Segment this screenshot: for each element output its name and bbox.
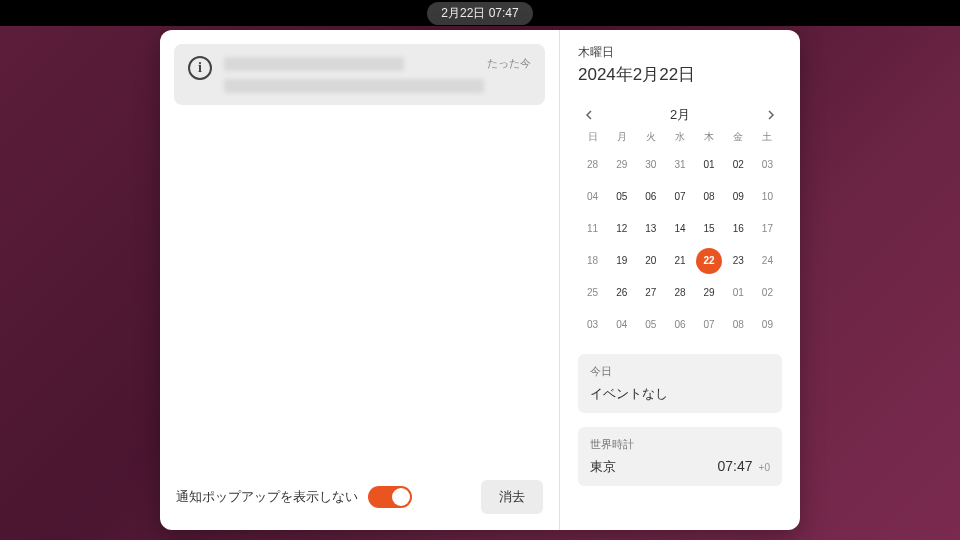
calendar-day[interactable]: 23: [725, 248, 751, 274]
calendar-day[interactable]: 08: [725, 312, 751, 338]
calendar-dow: 月: [607, 126, 636, 148]
world-clock-title: 世界時計: [590, 437, 770, 452]
calendar-day[interactable]: 02: [754, 280, 780, 306]
world-clock-card[interactable]: 世界時計 東京 07:47 +0: [578, 427, 782, 486]
date-header: 木曜日 2024年2月22日: [578, 44, 782, 86]
calendar-day[interactable]: 28: [667, 280, 693, 306]
events-title: 今日: [590, 364, 770, 379]
calendar-day[interactable]: 04: [609, 312, 635, 338]
topbar-clock[interactable]: 2月22日 07:47: [427, 2, 532, 25]
events-card[interactable]: 今日 イベントなし: [578, 354, 782, 413]
notification-text-redacted: [224, 79, 484, 93]
calendar-day[interactable]: 11: [580, 216, 606, 242]
dnd-label: 通知ポップアップを表示しない: [176, 488, 358, 506]
calendar-day-today[interactable]: 22: [696, 248, 722, 274]
notifications-footer: 通知ポップアップを表示しない 消去: [174, 476, 545, 516]
topbar: 2月22日 07:47: [0, 0, 960, 26]
notification-card[interactable]: i たった今: [174, 44, 545, 105]
chevron-right-icon: [767, 110, 775, 120]
calendar-day[interactable]: 18: [580, 248, 606, 274]
calendar-day[interactable]: 07: [667, 184, 693, 210]
calendar-day[interactable]: 15: [696, 216, 722, 242]
calendar-day[interactable]: 09: [754, 312, 780, 338]
notification-time: たった今: [487, 56, 531, 71]
calendar-day[interactable]: 03: [754, 152, 780, 178]
calendar-pane: 木曜日 2024年2月22日 2月 日月火水木金土282930310102030…: [560, 30, 800, 530]
calendar-day[interactable]: 30: [638, 152, 664, 178]
calendar-day[interactable]: 12: [609, 216, 635, 242]
calendar-day[interactable]: 09: [725, 184, 751, 210]
calendar-day[interactable]: 29: [696, 280, 722, 306]
calendar-day[interactable]: 13: [638, 216, 664, 242]
calendar-day[interactable]: 06: [638, 184, 664, 210]
calendar-day[interactable]: 06: [667, 312, 693, 338]
dnd-toggle[interactable]: [368, 486, 412, 508]
calendar-day[interactable]: 01: [696, 152, 722, 178]
prev-month-button[interactable]: [578, 104, 600, 126]
calendar-day[interactable]: 05: [638, 312, 664, 338]
notification-body: たった今: [224, 56, 531, 93]
chevron-left-icon: [585, 110, 593, 120]
calendar-dow: 日: [578, 126, 607, 148]
world-clock-row: 東京 07:47 +0: [590, 458, 770, 476]
calendar-nav: 2月: [578, 104, 782, 126]
calendar-day[interactable]: 14: [667, 216, 693, 242]
world-clock-offset: +0: [759, 462, 770, 473]
calendar-day[interactable]: 19: [609, 248, 635, 274]
month-label: 2月: [670, 106, 690, 124]
calendar-day[interactable]: 31: [667, 152, 693, 178]
clear-notifications-button[interactable]: 消去: [481, 480, 543, 514]
calendar-day[interactable]: 03: [580, 312, 606, 338]
world-clock-time: 07:47: [718, 458, 753, 474]
calendar-day[interactable]: 17: [754, 216, 780, 242]
events-body: イベントなし: [590, 385, 770, 403]
calendar-day[interactable]: 05: [609, 184, 635, 210]
calendar-dow: 木: [695, 126, 724, 148]
switch-knob: [392, 488, 410, 506]
calendar-day[interactable]: 04: [580, 184, 606, 210]
notifications-pane: i たった今 通知ポップアップを表示しない 消去: [160, 30, 560, 530]
calendar-day[interactable]: 16: [725, 216, 751, 242]
calendar-day[interactable]: 26: [609, 280, 635, 306]
weekday-label: 木曜日: [578, 44, 782, 61]
calendar-day[interactable]: 02: [725, 152, 751, 178]
calendar-day[interactable]: 28: [580, 152, 606, 178]
world-clock-city: 東京: [590, 458, 712, 476]
calendar-day[interactable]: 10: [754, 184, 780, 210]
calendar-dow: 火: [636, 126, 665, 148]
calendar-grid: 日月火水木金土282930310102030405060708091011121…: [578, 126, 782, 340]
calendar-day[interactable]: 29: [609, 152, 635, 178]
calendar-widget: 2月 日月火水木金土282930310102030405060708091011…: [578, 100, 782, 340]
calendar-popover: i たった今 通知ポップアップを表示しない 消去 木曜日 2024年2月22日: [160, 30, 800, 530]
notification-title-redacted: [224, 57, 404, 71]
calendar-day[interactable]: 20: [638, 248, 664, 274]
calendar-day[interactable]: 27: [638, 280, 664, 306]
fulldate-label: 2024年2月22日: [578, 63, 782, 86]
calendar-day[interactable]: 21: [667, 248, 693, 274]
calendar-dow: 金: [724, 126, 753, 148]
calendar-day[interactable]: 08: [696, 184, 722, 210]
calendar-day[interactable]: 07: [696, 312, 722, 338]
calendar-day[interactable]: 01: [725, 280, 751, 306]
calendar-day[interactable]: 25: [580, 280, 606, 306]
info-icon: i: [188, 56, 212, 80]
next-month-button[interactable]: [760, 104, 782, 126]
calendar-day[interactable]: 24: [754, 248, 780, 274]
calendar-dow: 水: [665, 126, 694, 148]
calendar-dow: 土: [753, 126, 782, 148]
